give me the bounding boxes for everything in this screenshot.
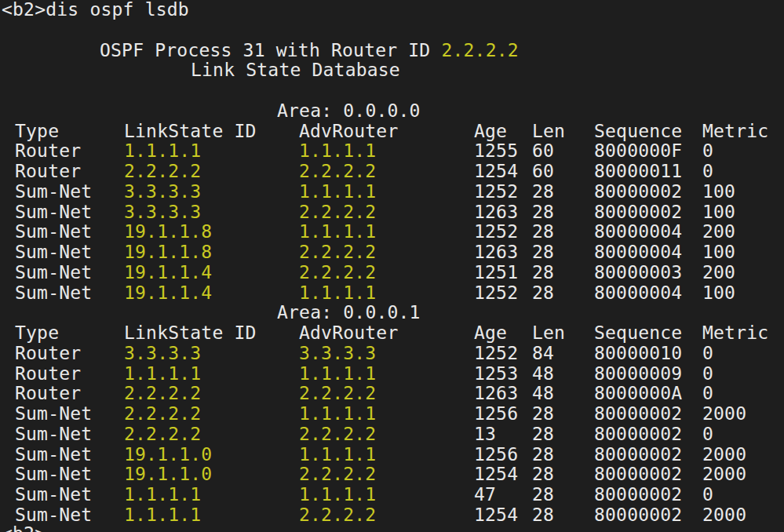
- lsa-table-row: Sum-Net19.1.1.82.2.2.212632880000004100: [0, 242, 784, 263]
- lsa-len: 28: [532, 242, 554, 263]
- adv-router: 1.1.1.1: [299, 485, 376, 505]
- lsa-len: 60: [532, 141, 554, 162]
- lsa-metric: 100: [702, 242, 735, 263]
- linkstate-id: 19.1.1.4: [124, 263, 212, 283]
- lsa-table-row: Router1.1.1.11.1.1.1125348800000090: [0, 364, 784, 384]
- column-header-adv-router: AdvRouter: [299, 122, 398, 142]
- lsa-type: Router: [15, 384, 81, 404]
- lsa-sequence: 80000002: [594, 425, 682, 445]
- lsa-table-row: Sum-Net2.2.2.22.2.2.21328800000020: [0, 425, 784, 445]
- lsa-type: Router: [15, 364, 81, 384]
- area-heading-line: Area: 0.0.0.1: [0, 303, 784, 323]
- adv-router: 2.2.2.2: [299, 465, 376, 485]
- lsa-age: 1263: [474, 202, 518, 223]
- adv-router: 2.2.2.2: [299, 384, 376, 404]
- lsa-metric: 2000: [702, 404, 746, 425]
- lsa-age: 47: [474, 485, 496, 505]
- lsa-metric: 100: [702, 283, 735, 304]
- adv-router: 1.1.1.1: [299, 182, 376, 202]
- lsa-table-row: Router2.2.2.22.2.2.2125460800000110: [0, 162, 784, 182]
- lsa-table-row: Sum-Net19.1.1.02.2.2.2125428800000022000: [0, 465, 784, 485]
- lsa-len: 28: [532, 404, 554, 425]
- lsa-metric: 2000: [702, 505, 746, 526]
- lsa-table-row: Router2.2.2.22.2.2.21263488000000A0: [0, 384, 784, 404]
- table-header-row: TypeLinkState IDAdvRouterAgeLenSequenceM…: [0, 122, 784, 142]
- adv-router: 2.2.2.2: [299, 505, 376, 526]
- lsa-age: 13: [474, 425, 496, 445]
- lsa-type: Router: [15, 141, 81, 162]
- lsa-len: 28: [532, 182, 554, 202]
- lsa-age: 1252: [474, 182, 518, 202]
- lsa-type: Sum-Net: [15, 505, 92, 526]
- lsa-type: Sum-Net: [15, 404, 92, 425]
- lsa-metric: 0: [702, 162, 713, 182]
- lsa-sequence: 80000009: [594, 364, 682, 384]
- table-header-row: TypeLinkState IDAdvRouterAgeLenSequenceM…: [0, 323, 784, 344]
- lsa-len: 48: [532, 384, 554, 404]
- lsa-sequence: 8000000F: [594, 141, 682, 162]
- lsa-metric: 200: [702, 222, 735, 242]
- adv-router: 2.2.2.2: [299, 202, 376, 223]
- lsa-table-row: Sum-Net19.1.1.01.1.1.1125628800000022000: [0, 445, 784, 465]
- adv-router: 2.2.2.2: [299, 263, 376, 283]
- lsa-metric: 100: [702, 202, 735, 223]
- column-header-lsa-type: Type: [15, 323, 59, 344]
- lsa-sequence: 80000002: [594, 182, 682, 202]
- linkstate-id: 1.1.1.1: [124, 505, 201, 526]
- lsa-sequence: 80000004: [594, 222, 682, 242]
- lsa-age: 1253: [474, 364, 518, 384]
- column-header-lsa-age: Age: [474, 122, 507, 142]
- lsa-type: Sum-Net: [15, 465, 92, 485]
- lsa-type: Sum-Net: [15, 182, 92, 202]
- area-heading: Area: 0.0.0.1: [277, 303, 421, 323]
- lsa-metric: 2000: [702, 465, 746, 485]
- column-header-lsa-sequence: Sequence: [594, 323, 682, 344]
- lsa-metric: 0: [702, 384, 713, 404]
- lsa-metric: 200: [702, 263, 735, 283]
- cli-prompt: <b2>: [2, 0, 46, 20]
- adv-router: 1.1.1.1: [299, 222, 376, 242]
- lsa-type: Router: [15, 162, 81, 182]
- column-header-lsa-sequence: Sequence: [594, 122, 682, 142]
- lsa-len: 84: [532, 344, 554, 364]
- column-header-lsa-len: Len: [532, 323, 565, 344]
- ospf-process-title: OSPF Process 31 with Router ID: [100, 40, 441, 60]
- column-header-lsa-metric: Metric: [702, 122, 768, 142]
- lsa-table-row: Sum-Net19.1.1.42.2.2.212512880000003200: [0, 263, 784, 283]
- lsa-age: 1255: [474, 141, 518, 162]
- column-header-lsa-len: Len: [532, 122, 565, 142]
- area-heading-line: Area: 0.0.0.0: [0, 101, 784, 122]
- lsa-age: 1252: [474, 344, 518, 364]
- router-id-value: 2.2.2.2: [441, 40, 518, 60]
- lsa-age: 1252: [474, 222, 518, 242]
- lsa-age: 1254: [474, 162, 518, 182]
- cli-command: dis ospf lsdb: [46, 0, 189, 20]
- lsa-table-row: Sum-Net3.3.3.32.2.2.212632880000002100: [0, 202, 784, 223]
- lsa-sequence: 80000002: [594, 404, 682, 425]
- terminal-window[interactable]: <b2>dis ospf lsdb OSPF Process 31 with R…: [0, 0, 784, 532]
- lsa-table-row: Sum-Net3.3.3.31.1.1.112522880000002100: [0, 182, 784, 202]
- lsa-sequence: 80000004: [594, 283, 682, 304]
- lsa-metric: 0: [702, 425, 713, 445]
- lsa-len: 28: [532, 465, 554, 485]
- linkstate-id: 1.1.1.1: [124, 364, 201, 384]
- adv-router: 1.1.1.1: [299, 141, 376, 162]
- linkstate-id: 19.1.1.4: [124, 283, 212, 304]
- lsa-sequence: 80000003: [594, 263, 682, 283]
- lsa-sequence: 80000011: [594, 162, 682, 182]
- lsa-len: 28: [532, 445, 554, 465]
- linkstate-id: 19.1.1.0: [124, 445, 212, 465]
- column-header-linkstate-id: LinkState ID: [124, 323, 257, 344]
- lsa-sequence: 80000002: [594, 465, 682, 485]
- lsa-type: Router: [15, 344, 81, 364]
- lsa-age: 1256: [474, 445, 518, 465]
- lsa-table-row: Sum-Net1.1.1.12.2.2.2125428800000022000: [0, 505, 784, 526]
- lsa-metric: 0: [702, 344, 713, 364]
- lsa-metric: 2000: [702, 445, 746, 465]
- lsa-age: 1263: [474, 384, 518, 404]
- lsa-metric: 100: [702, 182, 735, 202]
- cli-prompt-line: <b2>dis ospf lsdb: [2, 0, 189, 20]
- lsa-age: 1252: [474, 283, 518, 304]
- adv-router: 1.1.1.1: [299, 364, 376, 384]
- lsa-len: 28: [532, 263, 554, 283]
